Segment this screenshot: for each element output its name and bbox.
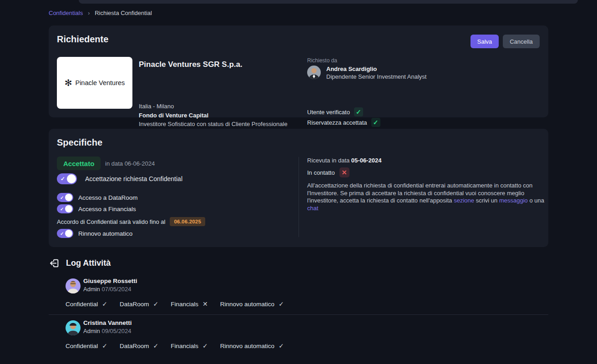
- chat-link[interactable]: chat: [307, 205, 319, 212]
- log-entry-date: 07/05/2024: [101, 286, 131, 293]
- richiedente-card: Richiedente Salva Cancella ✻ Pinacle Ven…: [49, 25, 548, 117]
- toggle-knob: [65, 230, 72, 237]
- cancel-button[interactable]: Cancella: [503, 35, 540, 48]
- status-label: Financials: [171, 343, 198, 349]
- person-photo-icon: [66, 320, 81, 335]
- company-logo: ✻ Pinacle Ventures: [57, 57, 132, 109]
- dataroom-toggle[interactable]: ✓: [57, 193, 73, 202]
- requested-by-label: Richiesto da: [307, 57, 337, 64]
- avatar-giuseppe-rossetti: [66, 278, 81, 293]
- privacy-accepted-label: Riservatezza accettata: [307, 119, 367, 126]
- check-icon: ✓: [354, 107, 363, 116]
- cross-icon: ✕: [202, 300, 208, 308]
- save-button[interactable]: Salva: [471, 35, 499, 48]
- company-name: Pinacle Ventures SGR S.p.a.: [139, 60, 243, 69]
- check-icon: ✓: [371, 118, 380, 127]
- log-entry-name: Cristina Vannetti: [83, 319, 132, 326]
- check-icon: ✓: [60, 195, 64, 200]
- toggle-knob: [65, 194, 72, 201]
- check-icon: ✓: [102, 342, 107, 349]
- status-dataroom: DataRoom ✓: [120, 342, 158, 349]
- check-icon: ✓: [153, 342, 159, 349]
- acceptance-toggle[interactable]: ✓: [57, 173, 77, 184]
- status-financials: Financials ✕: [171, 300, 208, 308]
- acceptance-note: All'accettazione della richiesta di conf…: [307, 182, 547, 212]
- status-confidential: Confidential ✓: [66, 342, 107, 349]
- toggle-row-dataroom: ✓ Accesso a DataRoom: [57, 193, 138, 202]
- status-confidential: Confidential ✓: [66, 300, 107, 308]
- message-link[interactable]: messaggio: [499, 197, 528, 204]
- check-icon: ✓: [61, 176, 65, 182]
- note-text-2: scrivi un: [474, 197, 499, 204]
- cross-icon: ✕: [339, 167, 349, 177]
- acceptance-toggle-label: Accettazione richiesta Confidential: [85, 175, 182, 182]
- person-photo-icon: [66, 278, 81, 293]
- status-financials: Financials ✓: [171, 342, 208, 349]
- toggle-row-acceptance: ✓ Accettazione richiesta Confidential: [57, 173, 182, 184]
- toggle-row-renewal: ✓ Rinnovo automatico: [57, 229, 132, 238]
- chevron-right-icon: ›: [88, 10, 90, 16]
- section-link[interactable]: sezione: [454, 197, 474, 204]
- renewal-toggle-label: Rinnovo automatico: [78, 230, 132, 237]
- status-label: Rinnovo automatico: [220, 343, 274, 349]
- toggle-row-financials: ✓ Accesso a Financials: [57, 204, 136, 213]
- toggle-knob: [65, 205, 72, 212]
- log-entry-name: Giuseppe Rossetti: [83, 278, 137, 284]
- status-label: Rinnovo automatico: [220, 301, 274, 308]
- toggle-knob: [67, 174, 76, 183]
- received-date-line: Ricevuta in data 05-06-2024: [307, 157, 381, 164]
- status-date: in data 06-06-2024: [105, 160, 155, 167]
- log-entry-role: Admin: [83, 328, 100, 334]
- avatar-cristina-vannetti: [66, 320, 81, 335]
- status-label: Financials: [171, 301, 198, 308]
- financials-toggle[interactable]: ✓: [57, 204, 73, 213]
- status-label: DataRoom: [120, 343, 149, 349]
- breadcrumb: Confidentials › Richiesta Confidential: [49, 10, 152, 16]
- received-date: 05-06-2024: [351, 157, 382, 164]
- check-icon: ✓: [202, 342, 208, 349]
- status-badge: Accettato: [57, 157, 101, 170]
- check-icon: ✓: [153, 300, 159, 308]
- in-contact-row: In contatto ✕: [307, 167, 349, 177]
- dataroom-toggle-label: Accesso a DataRoom: [78, 194, 138, 201]
- status-renewal: Rinnovo automatico ✓: [220, 300, 284, 308]
- log-entry-date: 09/05/2024: [101, 328, 131, 334]
- specifiche-card: Specifiche Accettato in data 06-06-2024 …: [49, 129, 548, 247]
- log-entry-meta: Admin 07/05/2024: [83, 286, 132, 293]
- validity-row: Accordo di Confidential sarà valido fino…: [57, 217, 205, 226]
- financials-toggle-label: Accesso a Financials: [78, 206, 136, 212]
- check-icon: ✓: [278, 300, 284, 308]
- user-verified-row: Utente verificato ✓: [307, 107, 363, 116]
- log-entry-statuses: Confidential ✓ DataRoom ✓ Financials ✓ R…: [66, 342, 284, 349]
- top-panel-edge: [79, 0, 578, 4]
- specifiche-title: Specifiche: [57, 137, 102, 148]
- check-icon: ✓: [60, 207, 64, 212]
- breadcrumb-current-page: Richiesta Confidential: [95, 10, 152, 16]
- log-header: Log Attività: [49, 258, 111, 269]
- company-fund-type: Fondo di Venture Capital: [139, 112, 208, 119]
- renewal-toggle[interactable]: ✓: [57, 229, 73, 238]
- company-investor-status: Investitore Sofisticato con status di Cl…: [139, 121, 288, 127]
- log-title: Log Attività: [66, 258, 111, 268]
- log-entry-statuses: Confidential ✓ DataRoom ✓ Financials ✕ R…: [66, 300, 284, 308]
- company-logo-text: Pinacle Ventures: [75, 79, 125, 86]
- status-label: DataRoom: [120, 301, 149, 308]
- check-icon: ✓: [60, 231, 64, 236]
- received-label: Ricevuta in data: [307, 157, 349, 164]
- requested-by-name: Andrea Scardiglio: [326, 66, 377, 72]
- check-icon: ✓: [278, 342, 284, 349]
- company-location: Italia - Milano: [139, 103, 174, 110]
- log-divider: [49, 314, 548, 315]
- breadcrumb-link-confidentials[interactable]: Confidentials: [49, 10, 83, 16]
- avatar-andrea-scardiglio: [307, 66, 321, 79]
- user-verified-label: Utente verificato: [307, 109, 350, 116]
- in-contact-label: In contatto: [307, 169, 335, 176]
- validity-date-badge[interactable]: 06.06.2025: [170, 217, 205, 226]
- person-photo-icon: [307, 66, 321, 79]
- status-renewal: Rinnovo automatico ✓: [220, 342, 284, 349]
- note-text-3: o una: [528, 197, 544, 204]
- vertical-divider: [298, 157, 299, 237]
- privacy-accepted-row: Riservatezza accettata ✓: [307, 118, 380, 127]
- status-label: Confidential: [66, 301, 98, 308]
- activity-log-icon: [49, 258, 60, 269]
